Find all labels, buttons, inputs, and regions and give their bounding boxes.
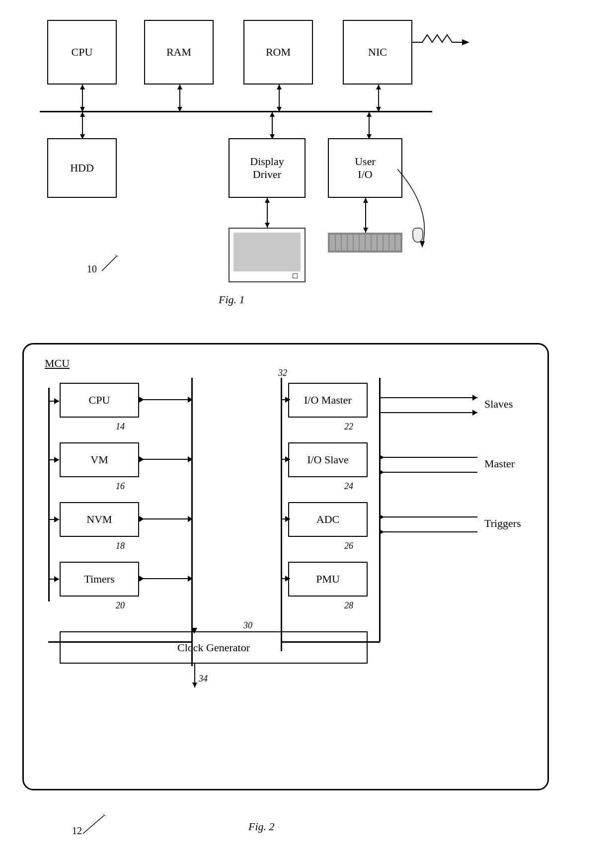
svg-marker-28 (420, 241, 425, 248)
svg-marker-30 (114, 254, 119, 257)
master-label: Master (484, 457, 515, 470)
svg-marker-47 (188, 516, 193, 522)
svg-marker-34 (54, 457, 59, 463)
rom-label-fig1: ROM (266, 46, 291, 59)
fig1-caption: Fig. 1 (219, 293, 245, 306)
display-monitor-arrow (263, 198, 271, 228)
svg-marker-41 (188, 397, 193, 403)
userio-keyboard-arrow (362, 198, 370, 233)
ram-label-fig1: RAM (166, 46, 191, 59)
nic-box-fig1: NIC (343, 20, 412, 85)
userio-mouse-arrow (392, 169, 432, 249)
svg-marker-17 (270, 112, 275, 117)
fig1-ref-arrow (97, 254, 122, 273)
keyboard-fig1 (328, 233, 402, 253)
clock-gen-down-arrow (191, 628, 198, 634)
cpu-box-fig1: CPU (47, 20, 117, 85)
monitor-screen (233, 233, 301, 271)
cpu-center-arrow (139, 396, 194, 403)
timers-left-arrow (48, 576, 61, 583)
timers-label-fig2: Timers (84, 573, 115, 586)
vm-left-arrow (48, 456, 61, 463)
svg-marker-26 (363, 198, 368, 203)
master-bot-arrow (379, 467, 478, 477)
svg-marker-68 (379, 514, 384, 520)
cpu-left-arrow (48, 398, 61, 405)
fig2-ref-arrow (80, 813, 108, 835)
center-right-bus-line-fig2 (281, 378, 282, 651)
left-clock-h-line (48, 641, 192, 643)
svg-marker-58 (285, 576, 290, 582)
pmu-ref-fig2: 28 (344, 601, 353, 611)
center-left-bus-line-fig2 (191, 378, 193, 651)
timers-center-arrow (139, 575, 194, 582)
monitor-fig1 (229, 228, 306, 282)
svg-marker-50 (188, 576, 193, 582)
nvm-left-arrow (48, 516, 61, 523)
svg-marker-14 (80, 112, 85, 117)
nvm-center-arrow (139, 515, 194, 522)
vm-ref-fig2: 16 (116, 481, 125, 492)
left-bus-line-fig2 (48, 388, 50, 601)
svg-marker-72 (192, 683, 197, 687)
timers-ref-fig2: 20 (116, 601, 125, 611)
io-master-ref-fig2: 22 (344, 422, 353, 432)
io-slave-label-fig2: I/O Slave (307, 453, 349, 466)
svg-marker-23 (265, 198, 270, 203)
svg-marker-54 (285, 456, 290, 462)
monitor-button (293, 273, 298, 278)
pmu-label-fig2: PMU (316, 573, 340, 586)
center-bus-clock-connector (191, 641, 193, 666)
userio-bus-arrow (365, 112, 373, 139)
svg-marker-52 (285, 397, 290, 403)
svg-marker-38 (54, 576, 59, 582)
svg-line-29 (102, 256, 117, 271)
bus-ref-32: 32 (278, 368, 287, 378)
hdd-box-fig1: HDD (47, 138, 117, 198)
io-slave-box-fig2: I/O Slave (288, 442, 368, 477)
cpu-label-fig2: CPU (89, 394, 110, 407)
timers-box-fig2: Timers (60, 562, 139, 597)
center-io-slave-arrow (281, 456, 291, 463)
svg-marker-24 (265, 223, 270, 228)
ram-box-fig1: RAM (144, 20, 214, 85)
userio-box-fig1: UserI/O (328, 138, 402, 198)
io-master-box-fig2: I/O Master (288, 383, 368, 418)
svg-marker-66 (379, 469, 384, 475)
adc-ref-fig2: 26 (344, 541, 353, 551)
nic-arrow (412, 27, 477, 57)
adc-label-fig2: ADC (316, 513, 339, 526)
svg-marker-56 (285, 516, 290, 522)
svg-marker-27 (363, 228, 368, 233)
slaves-label: Slaves (484, 398, 513, 411)
system-bus-line (40, 111, 432, 112)
mcu-label: MCU (45, 357, 70, 370)
io-slave-ref-fig2: 24 (344, 481, 353, 492)
slaves-top-arrow (379, 393, 478, 403)
clock-gen-box-fig2: Clock Generator (60, 631, 368, 664)
clock-out-arrow (191, 664, 199, 688)
triggers-top-arrow (379, 512, 478, 522)
triggers-bot-arrow (379, 527, 478, 537)
hdd-bus-arrow (78, 112, 86, 139)
userio-label-fig1: UserI/O (355, 155, 376, 181)
svg-marker-73 (191, 628, 197, 634)
nic-bus-arrow (375, 85, 383, 112)
svg-marker-2 (80, 85, 85, 89)
display-driver-box-fig1: DisplayDriver (229, 138, 306, 198)
center-io-master-arrow (281, 396, 291, 403)
svg-marker-20 (367, 112, 372, 117)
cpu-ref-fig2: 14 (116, 422, 125, 432)
svg-marker-62 (472, 410, 477, 416)
rom-box-fig1: ROM (243, 20, 313, 85)
fig1-ref-label: 10 (87, 263, 97, 275)
clock-gen-ref-fig2: 30 (243, 620, 252, 631)
svg-marker-40 (139, 397, 144, 403)
adc-box-fig2: ADC (288, 502, 368, 537)
triggers-label: Triggers (484, 517, 521, 530)
svg-marker-46 (139, 516, 144, 522)
vm-label-fig2: VM (90, 453, 108, 466)
nic-label-fig1: NIC (368, 46, 387, 59)
clock-gen-label-fig2: Clock Generator (177, 641, 250, 654)
cpu-bus-arrow (78, 85, 86, 112)
